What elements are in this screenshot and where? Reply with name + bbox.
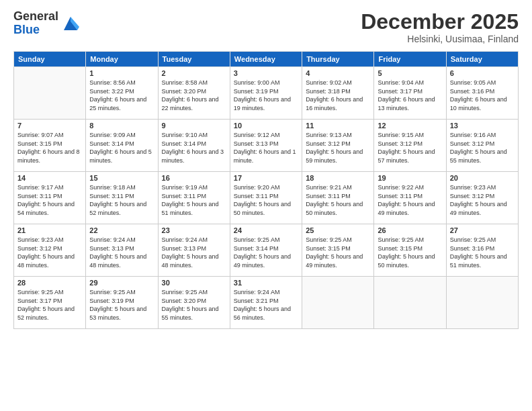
- day-number: 9: [162, 122, 226, 130]
- day-info: Sunrise: 8:58 AM Sunset: 3:20 PM Dayligh…: [162, 79, 226, 112]
- day-info: Sunrise: 9:25 AM Sunset: 3:15 PM Dayligh…: [306, 236, 370, 269]
- calendar-week-row: 21Sunrise: 9:23 AM Sunset: 3:12 PM Dayli…: [14, 224, 519, 277]
- calendar-cell: 19Sunrise: 9:22 AM Sunset: 3:11 PM Dayli…: [374, 172, 446, 224]
- calendar-cell: [374, 277, 446, 329]
- weekday-header: Sunday: [14, 52, 86, 67]
- calendar-cell: 7Sunrise: 9:07 AM Sunset: 3:15 PM Daylig…: [14, 120, 86, 172]
- page-container: General Blue December 2025 Helsinki, Uus…: [0, 0, 532, 411]
- day-info: Sunrise: 9:16 AM Sunset: 3:12 PM Dayligh…: [450, 131, 515, 165]
- day-info: Sunrise: 9:17 AM Sunset: 3:11 PM Dayligh…: [17, 183, 82, 217]
- day-number: 30: [162, 279, 226, 287]
- calendar-cell: [14, 67, 86, 120]
- calendar-cell: 16Sunrise: 9:19 AM Sunset: 3:11 PM Dayli…: [158, 172, 230, 224]
- day-number: 6: [450, 69, 515, 77]
- day-number: 27: [450, 226, 515, 234]
- calendar-cell: 18Sunrise: 9:21 AM Sunset: 3:11 PM Dayli…: [302, 172, 374, 224]
- day-number: 22: [89, 226, 154, 234]
- weekday-header: Friday: [374, 52, 446, 67]
- day-number: 21: [17, 226, 82, 234]
- day-number: 31: [234, 279, 298, 287]
- day-number: 4: [306, 69, 370, 77]
- day-number: 18: [306, 174, 370, 182]
- logo-blue-text: Blue: [13, 24, 58, 37]
- location-title: Helsinki, Uusimaa, Finland: [361, 34, 519, 44]
- calendar-cell: 5Sunrise: 9:04 AM Sunset: 3:17 PM Daylig…: [374, 67, 446, 120]
- calendar-cell: [446, 277, 518, 329]
- day-info: Sunrise: 9:21 AM Sunset: 3:11 PM Dayligh…: [306, 183, 370, 217]
- day-info: Sunrise: 9:05 AM Sunset: 3:16 PM Dayligh…: [450, 79, 515, 112]
- calendar-cell: 13Sunrise: 9:16 AM Sunset: 3:12 PM Dayli…: [446, 120, 518, 172]
- day-number: 28: [17, 279, 82, 287]
- calendar-cell: 9Sunrise: 9:10 AM Sunset: 3:14 PM Daylig…: [158, 120, 230, 172]
- day-info: Sunrise: 9:10 AM Sunset: 3:14 PM Dayligh…: [162, 131, 226, 165]
- weekday-header: Monday: [86, 52, 158, 67]
- day-info: Sunrise: 9:25 AM Sunset: 3:17 PM Dayligh…: [17, 288, 82, 322]
- logo: General Blue: [13, 10, 81, 37]
- day-info: Sunrise: 9:24 AM Sunset: 3:13 PM Dayligh…: [89, 236, 154, 269]
- title-block: December 2025 Helsinki, Uusimaa, Finland: [361, 10, 519, 44]
- calendar-cell: 12Sunrise: 9:15 AM Sunset: 3:12 PM Dayli…: [374, 120, 446, 172]
- day-number: 7: [17, 122, 82, 130]
- calendar-week-row: 28Sunrise: 9:25 AM Sunset: 3:17 PM Dayli…: [14, 277, 519, 329]
- calendar-cell: 26Sunrise: 9:25 AM Sunset: 3:15 PM Dayli…: [374, 224, 446, 277]
- day-number: 1: [89, 69, 154, 77]
- day-number: 26: [378, 226, 442, 234]
- day-number: 5: [378, 69, 442, 77]
- day-number: 16: [162, 174, 226, 182]
- logo-general-text: General: [13, 10, 58, 24]
- day-number: 25: [306, 226, 370, 234]
- day-number: 15: [89, 174, 154, 182]
- day-number: 14: [17, 174, 82, 182]
- calendar-table: SundayMondayTuesdayWednesdayThursdayFrid…: [13, 51, 519, 329]
- calendar-cell: 1Sunrise: 8:56 AM Sunset: 3:22 PM Daylig…: [86, 67, 158, 120]
- day-info: Sunrise: 9:09 AM Sunset: 3:14 PM Dayligh…: [89, 131, 154, 165]
- day-info: Sunrise: 9:18 AM Sunset: 3:11 PM Dayligh…: [89, 183, 154, 217]
- calendar-cell: 8Sunrise: 9:09 AM Sunset: 3:14 PM Daylig…: [86, 120, 158, 172]
- day-info: Sunrise: 9:04 AM Sunset: 3:17 PM Dayligh…: [378, 79, 442, 112]
- calendar-week-row: 1Sunrise: 8:56 AM Sunset: 3:22 PM Daylig…: [14, 67, 519, 120]
- day-number: 11: [306, 122, 370, 130]
- day-info: Sunrise: 9:25 AM Sunset: 3:20 PM Dayligh…: [162, 288, 226, 322]
- calendar-cell: 30Sunrise: 9:25 AM Sunset: 3:20 PM Dayli…: [158, 277, 230, 329]
- day-info: Sunrise: 9:25 AM Sunset: 3:16 PM Dayligh…: [450, 236, 515, 269]
- calendar-cell: 15Sunrise: 9:18 AM Sunset: 3:11 PM Dayli…: [86, 172, 158, 224]
- calendar-cell: 6Sunrise: 9:05 AM Sunset: 3:16 PM Daylig…: [446, 67, 518, 120]
- calendar-cell: 10Sunrise: 9:12 AM Sunset: 3:13 PM Dayli…: [230, 120, 302, 172]
- weekday-header: Tuesday: [158, 52, 230, 67]
- calendar-week-row: 7Sunrise: 9:07 AM Sunset: 3:15 PM Daylig…: [14, 120, 519, 172]
- day-info: Sunrise: 9:13 AM Sunset: 3:12 PM Dayligh…: [306, 131, 370, 165]
- day-number: 8: [89, 122, 154, 130]
- weekday-header: Wednesday: [230, 52, 302, 67]
- day-number: 19: [378, 174, 442, 182]
- logo-icon: [60, 13, 81, 34]
- day-info: Sunrise: 8:56 AM Sunset: 3:22 PM Dayligh…: [89, 79, 154, 112]
- calendar-cell: 20Sunrise: 9:23 AM Sunset: 3:12 PM Dayli…: [446, 172, 518, 224]
- day-info: Sunrise: 9:24 AM Sunset: 3:13 PM Dayligh…: [162, 236, 226, 269]
- day-info: Sunrise: 9:24 AM Sunset: 3:21 PM Dayligh…: [234, 288, 298, 322]
- calendar-cell: 25Sunrise: 9:25 AM Sunset: 3:15 PM Dayli…: [302, 224, 374, 277]
- day-info: Sunrise: 9:15 AM Sunset: 3:12 PM Dayligh…: [378, 131, 442, 165]
- calendar-cell: 17Sunrise: 9:20 AM Sunset: 3:11 PM Dayli…: [230, 172, 302, 224]
- day-info: Sunrise: 9:25 AM Sunset: 3:19 PM Dayligh…: [89, 288, 154, 322]
- calendar-cell: 31Sunrise: 9:24 AM Sunset: 3:21 PM Dayli…: [230, 277, 302, 329]
- day-number: 23: [162, 226, 226, 234]
- day-info: Sunrise: 9:00 AM Sunset: 3:19 PM Dayligh…: [234, 79, 298, 112]
- day-info: Sunrise: 9:23 AM Sunset: 3:12 PM Dayligh…: [450, 183, 515, 217]
- day-number: 29: [89, 279, 154, 287]
- day-info: Sunrise: 9:02 AM Sunset: 3:18 PM Dayligh…: [306, 79, 370, 112]
- day-info: Sunrise: 9:25 AM Sunset: 3:14 PM Dayligh…: [234, 236, 298, 269]
- day-info: Sunrise: 9:22 AM Sunset: 3:11 PM Dayligh…: [378, 183, 442, 217]
- calendar-cell: 27Sunrise: 9:25 AM Sunset: 3:16 PM Dayli…: [446, 224, 518, 277]
- calendar-cell: [302, 277, 374, 329]
- day-info: Sunrise: 9:25 AM Sunset: 3:15 PM Dayligh…: [378, 236, 442, 269]
- calendar-cell: 29Sunrise: 9:25 AM Sunset: 3:19 PM Dayli…: [86, 277, 158, 329]
- day-number: 12: [378, 122, 442, 130]
- weekday-header: Saturday: [446, 52, 518, 67]
- weekday-header: Thursday: [302, 52, 374, 67]
- calendar-cell: 23Sunrise: 9:24 AM Sunset: 3:13 PM Dayli…: [158, 224, 230, 277]
- day-number: 17: [234, 174, 298, 182]
- calendar-cell: 14Sunrise: 9:17 AM Sunset: 3:11 PM Dayli…: [14, 172, 86, 224]
- calendar-cell: 4Sunrise: 9:02 AM Sunset: 3:18 PM Daylig…: [302, 67, 374, 120]
- day-number: 24: [234, 226, 298, 234]
- day-number: 13: [450, 122, 515, 130]
